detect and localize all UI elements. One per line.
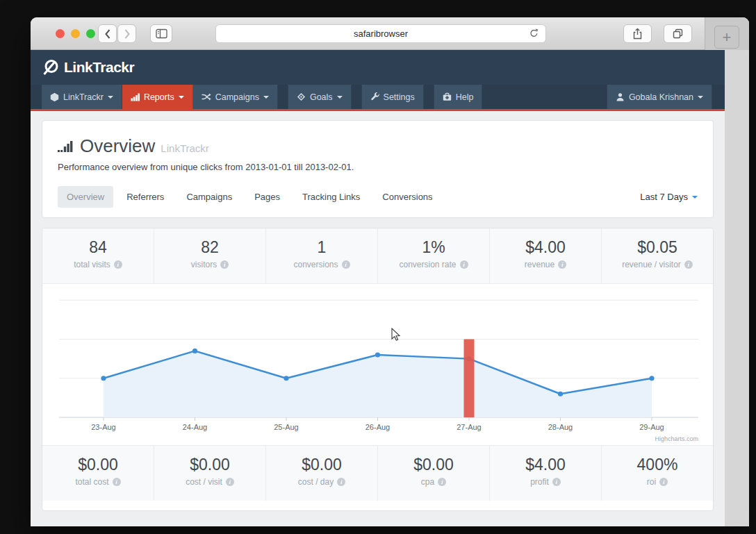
- stat-profit: $4.00 profiti: [490, 446, 602, 501]
- overview-stats-card: 84 total visitsi 82 visitorsi 1 conversi…: [42, 228, 714, 511]
- nav-label: LinkTrackr: [63, 92, 104, 102]
- info-icon[interactable]: i: [438, 478, 446, 486]
- stat-total-cost: $0.00 total costi: [42, 446, 154, 501]
- stat-revenue: $4.00 revenuei: [490, 228, 602, 283]
- stat-value: $0.00: [266, 456, 377, 474]
- info-icon[interactable]: i: [460, 260, 468, 269]
- highlight-bar-27-Aug[interactable]: [464, 340, 475, 418]
- data-point-28-Aug[interactable]: [558, 392, 563, 397]
- info-icon[interactable]: i: [342, 260, 350, 269]
- caret-down-icon: [179, 96, 184, 99]
- stat-value: $0.00: [42, 456, 154, 474]
- minimize-window-button[interactable]: [71, 29, 80, 38]
- info-icon[interactable]: i: [684, 260, 693, 269]
- stat-label: conversions: [293, 260, 338, 269]
- forward-button[interactable]: [117, 24, 136, 43]
- info-icon[interactable]: i: [659, 478, 668, 486]
- x-tick-label: 28-Aug: [548, 423, 573, 431]
- page-subtitle: Performance overview from unique clicks …: [58, 162, 698, 172]
- nav-label: Help: [456, 92, 474, 102]
- info-icon[interactable]: i: [114, 260, 122, 269]
- caret-down-icon: [698, 96, 703, 99]
- close-window-button[interactable]: [56, 29, 65, 38]
- overview-header-card: Overview LinkTrackr Performance overview…: [42, 120, 714, 218]
- info-icon[interactable]: i: [558, 260, 566, 269]
- data-point-25-Aug[interactable]: [284, 376, 288, 381]
- caret-down-icon: [692, 196, 698, 199]
- show-tabs-button[interactable]: [664, 24, 692, 43]
- nav-item-settings[interactable]: Settings: [361, 85, 424, 109]
- stat-value: 1%: [378, 238, 489, 257]
- stat-revenue-per-visitor: $0.05 revenue / visitori: [602, 228, 713, 283]
- chevron-right-icon: [123, 28, 131, 40]
- medkit-icon: [443, 92, 452, 101]
- top-stats-row: 84 total visitsi 82 visitorsi 1 conversi…: [42, 228, 713, 284]
- user-menu[interactable]: Gobala Krishnan: [607, 85, 712, 109]
- bar-chart-icon: [131, 92, 140, 101]
- page-title: Overview: [80, 135, 155, 157]
- reload-icon: [529, 28, 539, 39]
- x-tick-label: 26-Aug: [365, 423, 390, 431]
- main-nav: LinkTrackr Reports: [31, 85, 725, 111]
- nav-item-reports[interactable]: Reports: [122, 85, 193, 109]
- nav-label: Goals: [310, 92, 333, 102]
- stat-cost-per-visit: $0.00 cost / visiti: [154, 446, 266, 501]
- stat-cpa: $0.00 cpai: [378, 446, 490, 501]
- stat-value: 400%: [602, 456, 713, 474]
- tab-conversions[interactable]: Conversions: [373, 186, 441, 208]
- nav-item-linktrackr[interactable]: LinkTrackr: [42, 85, 122, 109]
- nav-label: Campaigns: [215, 92, 259, 102]
- sidebar-toggle-button[interactable]: [150, 24, 172, 43]
- stat-label: roi: [647, 477, 656, 487]
- date-range-selector[interactable]: Last 7 Days: [640, 192, 698, 202]
- bottom-stats-row: $0.00 total costi $0.00 cost / visiti $0…: [42, 445, 713, 501]
- x-tick-label: 25-Aug: [274, 423, 298, 431]
- visits-chart[interactable]: 23-Aug24-Aug25-Aug26-Aug27-Aug28-Aug29-A…: [42, 284, 713, 445]
- line-chart: 23-Aug24-Aug25-Aug26-Aug27-Aug28-Aug29-A…: [42, 284, 714, 445]
- info-icon[interactable]: i: [337, 478, 345, 486]
- caret-down-icon: [108, 96, 113, 99]
- info-icon[interactable]: i: [226, 478, 234, 486]
- tab-tracking-links[interactable]: Tracking Links: [293, 186, 369, 208]
- data-point-29-Aug[interactable]: [649, 376, 654, 381]
- zoom-window-button[interactable]: [86, 29, 95, 38]
- tab-campaigns[interactable]: Campaigns: [177, 186, 241, 208]
- linktrackr-logo[interactable]: LinkTrackr: [42, 58, 134, 76]
- traffic-lights: [56, 29, 95, 38]
- data-point-23-Aug[interactable]: [101, 376, 106, 381]
- mouse-cursor: [391, 328, 401, 344]
- data-point-24-Aug[interactable]: [192, 349, 197, 353]
- tab-pages[interactable]: Pages: [245, 186, 289, 208]
- stat-value: 82: [154, 238, 265, 257]
- reload-button[interactable]: [529, 28, 539, 41]
- address-bar[interactable]: safaribrowser: [215, 24, 546, 43]
- x-tick-label: 23-Aug: [91, 423, 115, 431]
- nav-item-help[interactable]: Help: [434, 85, 483, 109]
- stat-label: revenue: [525, 260, 554, 269]
- share-icon: [632, 28, 643, 40]
- stat-conversions: 1 conversionsi: [266, 228, 378, 283]
- page-title-chart-icon: [58, 140, 73, 153]
- info-icon[interactable]: i: [552, 478, 561, 486]
- tab-overview[interactable]: Overview: [58, 186, 113, 208]
- page-title-suffix: LinkTrackr: [161, 138, 208, 154]
- back-button[interactable]: [98, 24, 117, 43]
- x-tick-label: 27-Aug: [457, 423, 481, 431]
- highcharts-credit[interactable]: Highcharts.com: [655, 435, 698, 442]
- stat-cost-per-day: $0.00 cost / dayi: [266, 446, 378, 501]
- info-icon[interactable]: i: [220, 260, 229, 269]
- nav-item-goals[interactable]: Goals: [288, 85, 352, 109]
- stat-label: conversion rate: [399, 260, 456, 269]
- share-button[interactable]: [623, 24, 652, 43]
- tab-referrers[interactable]: Referrers: [117, 186, 173, 208]
- data-point-26-Aug[interactable]: [375, 352, 380, 357]
- info-icon[interactable]: i: [113, 478, 121, 486]
- nav-item-campaigns[interactable]: Campaigns: [193, 85, 278, 109]
- chevron-left-icon: [104, 28, 112, 40]
- stat-value: 1: [266, 238, 377, 257]
- stat-value: 84: [42, 238, 154, 257]
- new-tab-button[interactable]: +: [714, 26, 739, 49]
- browser-titlebar: safaribrowser +: [31, 17, 749, 50]
- person-icon: [616, 92, 625, 101]
- site-header: LinkTrackr: [31, 50, 725, 85]
